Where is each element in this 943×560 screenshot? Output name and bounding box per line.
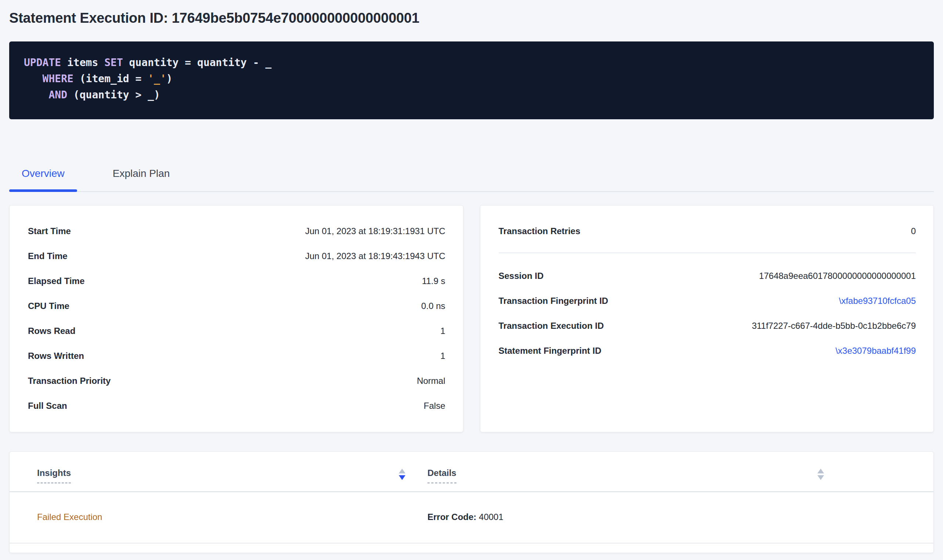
stat-row: Full Scan False — [28, 401, 445, 411]
stat-value: 1 — [440, 351, 445, 361]
stat-row: Rows Read 1 — [28, 326, 445, 336]
stat-row: Transaction Execution ID 311f7227-c667-4… — [499, 321, 916, 331]
transaction-fingerprint-link[interactable]: \xfabe93710fcfca05 — [839, 296, 916, 306]
stat-label: Statement Fingerprint ID — [499, 346, 601, 356]
sql-indent — [24, 89, 48, 101]
sql-keyword: SET — [104, 57, 123, 69]
sort-down-icon — [817, 475, 824, 480]
sql-token: (item_id = — [74, 73, 148, 85]
sql-line: WHERE (item_id = '_') — [24, 71, 919, 87]
stat-row: End Time Jun 01, 2023 at 18:19:43:1943 U… — [28, 251, 445, 261]
stat-value: Normal — [417, 376, 445, 386]
stat-label: Transaction Retries — [499, 226, 581, 236]
sort-up-icon — [399, 469, 405, 473]
sql-token: ) — [166, 73, 173, 85]
sql-indent — [24, 73, 43, 85]
table-row: Failed Execution Error Code: 40001 — [9, 492, 934, 543]
stat-label: Transaction Fingerprint ID — [499, 296, 609, 306]
insights-column-label: Insights — [37, 468, 71, 483]
stat-value: 11.9 s — [422, 276, 445, 286]
stat-value: 0 — [911, 226, 916, 236]
sort-down-icon — [399, 475, 405, 480]
stat-row: Start Time Jun 01, 2023 at 18:19:31:1931… — [28, 226, 445, 236]
transaction-card: Transaction Retries 0 Session ID 17648a9… — [480, 205, 934, 432]
detail-text: Error Code: 40001 — [427, 512, 504, 522]
sql-keyword: WHERE — [43, 73, 74, 85]
stat-label: Elapsed Time — [28, 276, 85, 286]
details-cell: Error Code: 40001 — [427, 512, 824, 543]
table-footer-space — [9, 543, 934, 553]
insights-table-header: Insights Details — [9, 452, 934, 492]
stat-label: Start Time — [28, 226, 71, 236]
stat-label: Full Scan — [28, 401, 67, 411]
sql-token: items — [61, 57, 104, 69]
sql-token: (quantity > _) — [67, 89, 160, 101]
sort-icon-details[interactable] — [817, 469, 824, 480]
sql-keyword: UPDATE — [24, 57, 61, 69]
stat-row: Session ID 17648a9eea6017800000000000000… — [499, 271, 916, 281]
insight-cell: Failed Execution — [37, 512, 427, 543]
page-title: Statement Execution ID: 17649be5b0754e70… — [9, 0, 934, 26]
insights-table: Insights Details Failed Execution Error … — [9, 451, 934, 553]
stat-label: Transaction Execution ID — [499, 321, 604, 331]
stat-label: Rows Read — [28, 326, 75, 336]
stat-row: Rows Written 1 — [28, 351, 445, 361]
stat-value: 1 — [440, 326, 445, 336]
stat-label: Transaction Priority — [28, 376, 111, 386]
detail-cards: Start Time Jun 01, 2023 at 18:19:31:1931… — [9, 205, 934, 432]
transaction-execution-id-value: 311f7227-c667-4dde-b5bb-0c1b2bbe6c79 — [752, 321, 916, 331]
stat-row: Statement Fingerprint ID \x3e3079baabf41… — [499, 346, 916, 356]
error-code-label: Error Code: — [427, 512, 476, 522]
error-code-value: 40001 — [479, 512, 504, 522]
tab-overview[interactable]: Overview — [9, 160, 77, 191]
sql-token: quantity = quantity - _ — [123, 57, 272, 69]
insight-type: Failed Execution — [37, 512, 102, 522]
stat-label: Rows Written — [28, 351, 84, 361]
sort-icon-insights[interactable] — [399, 469, 405, 480]
details-column-label: Details — [427, 468, 456, 483]
sql-line: AND (quantity > _) — [24, 87, 919, 103]
stat-row: Elapsed Time 11.9 s — [28, 276, 445, 286]
statement-execution-page: Statement Execution ID: 17649be5b0754e70… — [0, 0, 943, 553]
stat-label: Session ID — [499, 271, 544, 281]
stat-row: Transaction Retries 0 — [499, 226, 916, 236]
stat-value: False — [424, 401, 445, 411]
overview-card: Start Time Jun 01, 2023 at 18:19:31:1931… — [9, 205, 464, 432]
stat-label: CPU Time — [28, 301, 69, 311]
stat-row: Transaction Priority Normal — [28, 376, 445, 386]
stat-value: Jun 01, 2023 at 18:19:43:1943 UTC — [305, 251, 445, 261]
statement-fingerprint-link[interactable]: \x3e3079baabf41f99 — [835, 346, 916, 356]
sql-statement-box: UPDATE items SET quantity = quantity - _… — [9, 42, 934, 119]
column-header-insights[interactable]: Insights — [37, 468, 427, 491]
session-id-value: 17648a9eea6017800000000000000001 — [759, 271, 916, 281]
column-header-details[interactable]: Details — [427, 468, 824, 491]
stat-value: 0.0 ns — [421, 301, 445, 311]
stat-row: Transaction Fingerprint ID \xfabe93710fc… — [499, 296, 916, 306]
divider — [499, 252, 916, 253]
stat-value: Jun 01, 2023 at 18:19:31:1931 UTC — [305, 226, 445, 236]
stat-label: End Time — [28, 251, 68, 261]
tab-explain-plan[interactable]: Explain Plan — [100, 160, 182, 191]
stat-row: CPU Time 0.0 ns — [28, 301, 445, 311]
sql-line: UPDATE items SET quantity = quantity - _ — [24, 55, 919, 71]
sql-string-literal: '_' — [148, 73, 166, 85]
sql-keyword: AND — [48, 89, 67, 101]
sort-up-icon — [817, 469, 824, 473]
tab-bar: Overview Explain Plan — [9, 160, 934, 192]
